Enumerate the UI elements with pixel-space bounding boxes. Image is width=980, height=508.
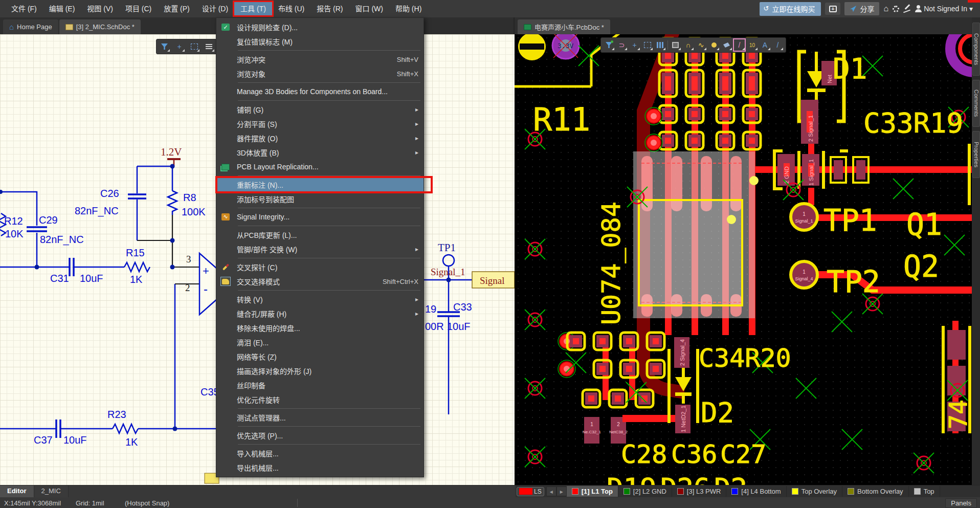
menu-project[interactable]: 项目 (C) — [119, 2, 158, 15]
menu-item-pin-part-swapping[interactable]: 管脚/部件 交换 (W)▸ — [216, 242, 424, 256]
menu-item-design-rule-check[interactable]: ✓设计规则检查 (D)... — [216, 20, 424, 34]
menu-item-cross-probe[interactable]: 交叉探针 (C) — [216, 260, 424, 274]
menu-item-testpoint-manager[interactable]: 测试点管理器... — [216, 410, 424, 425]
menu-item-cross-select-mode[interactable]: 交叉选择模式Shift+Ctrl+X — [216, 274, 424, 289]
submenu-arrow-icon: ▸ — [415, 135, 418, 142]
comment-button[interactable]: + — [825, 3, 840, 15]
menu-item-re-annotate[interactable]: 重新标注 (N)... — [216, 178, 424, 192]
layer-tab-l2-gnd[interactable]: [2] L2 GND — [618, 486, 672, 497]
filter-icon[interactable] — [159, 41, 170, 52]
tab-home-page[interactable]: ⌂ Home Page — [3, 19, 58, 34]
menu-item-signal-integrity[interactable]: ∿Signal Integrity... — [216, 210, 424, 224]
component-icon[interactable] — [670, 39, 681, 51]
svg-text:2: 2 — [185, 282, 190, 293]
plus-icon[interactable]: + — [174, 41, 185, 52]
svg-text:10uF: 10uF — [63, 434, 87, 446]
menu-item-manage-3d-bodies[interactable]: Manage 3D Bodies for Components on Board… — [216, 84, 424, 99]
text-string-icon[interactable]: A — [760, 39, 770, 51]
menu-item-convert[interactable]: 转换 (V)▸ — [216, 292, 424, 306]
menu-item-add-designators-assembly[interactable]: 添加标号到装配图 — [216, 192, 424, 206]
layer-tab-bottom-overlay[interactable]: Bottom Overlay — [842, 486, 909, 497]
polygon-icon[interactable] — [721, 39, 732, 51]
menu-item-silkscreen-preparation[interactable]: 丝印制备 — [216, 378, 424, 392]
layer-tab-top-overlay[interactable]: Top Overlay — [787, 486, 842, 497]
layer-tab-l1-top[interactable]: [1] L1 Top — [567, 486, 618, 497]
menu-item-teardrops[interactable]: 滴泪 (E)... — [216, 335, 424, 349]
pcb-pane: 电赛声源小车.PcbDoc * — [515, 17, 972, 485]
layer-tab-top-paste[interactable]: Top — [909, 486, 940, 497]
buy-online-button[interactable]: ↺ 立即在线购买 — [760, 2, 821, 16]
menu-item-reset-error-markers[interactable]: 复位错误标志 (M) — [216, 34, 424, 49]
menu-item-export-mechanical-layers[interactable]: 导出机械层... — [216, 460, 424, 475]
submenu-arrow-icon: ▸ — [415, 106, 418, 113]
testpoint-tp1: 1 Signal_1 — [791, 204, 972, 230]
svg-text:C36: C36 — [671, 439, 717, 469]
menu-view[interactable]: 视图 (V) — [81, 2, 119, 15]
plus-icon[interactable]: + — [629, 39, 640, 51]
dragged-component-overlay[interactable] — [633, 151, 759, 318]
layer-tab-l3-pwr[interactable]: [3] L3 PWR — [672, 486, 726, 497]
layer-next-button[interactable]: ▸ — [556, 487, 567, 496]
menu-tools[interactable]: 工具 (T) — [234, 2, 272, 15]
menu-place[interactable]: 放置 (P) — [158, 2, 196, 15]
share-button[interactable]: 分享 — [844, 2, 879, 15]
menu-item-component-placement[interactable]: 器件摆放 (O)▸ — [216, 131, 424, 145]
snap-mode: (Hotspot Snap) — [125, 499, 169, 507]
filter-icon[interactable] — [604, 39, 614, 51]
board-insight-icon[interactable] — [655, 39, 665, 51]
pcb-canvas[interactable]: 3.3V — [515, 34, 972, 485]
menu-design[interactable]: 设计 (D) — [196, 2, 234, 15]
menu-item-net-equal-length[interactable]: 网络等长 (Z) — [216, 349, 424, 364]
menu-file[interactable]: 文件 (F) — [5, 2, 43, 15]
svg-text:R8: R8 — [183, 192, 196, 203]
tab-components-panel[interactable]: Components — [972, 23, 980, 76]
svg-text:TP1: TP1 — [823, 203, 877, 238]
menu-window[interactable]: 窗口 (W) — [349, 2, 389, 15]
feedback-pen-icon[interactable] — [903, 5, 910, 12]
tab-editor[interactable]: Editor — [0, 485, 34, 497]
menu-item-preferences[interactable]: 优先选项 (P)... — [216, 428, 424, 443]
home-icon[interactable]: ⌂ — [883, 5, 888, 13]
tab-pcbdoc[interactable]: 电赛声源小车.PcbDoc * — [518, 19, 610, 34]
line-icon[interactable]: / — [772, 39, 783, 51]
menu-item-browse-objects[interactable]: 浏览对象Shift+X — [216, 67, 424, 81]
pad-icon[interactable] — [708, 39, 719, 51]
layer-color-swatch — [623, 488, 630, 495]
panels-button[interactable]: Panels — [945, 498, 977, 508]
layer-tab-l4-bottom[interactable]: [4] L4 Bottom — [726, 486, 786, 497]
svg-text:+: + — [203, 264, 209, 277]
align-icon[interactable] — [204, 41, 214, 52]
submenu-arrow-icon: ▸ — [415, 296, 418, 303]
tab-2mic[interactable]: 2_MIC — [34, 485, 69, 497]
tab-schdoc[interactable]: [3] 2_MIC.SchDoc * — [59, 19, 141, 34]
route-hop-icon[interactable]: ∩ — [683, 39, 694, 51]
lasso-select-icon[interactable]: ⊃ — [616, 39, 627, 51]
layer-prev-button[interactable]: ◂ — [546, 487, 556, 496]
menu-item-remove-unused-pads[interactable]: 移除未使用的焊盘... — [216, 321, 424, 335]
account-menu[interactable]: Not Signed In ▾ — [915, 5, 973, 13]
menubar-items: 文件 (F) 编辑 (E) 视图 (V) 项目 (C) 放置 (P) 设计 (D… — [0, 0, 428, 17]
gear-icon[interactable] — [893, 6, 899, 12]
selection-marquee-icon[interactable] — [189, 41, 199, 52]
tab-properties-panel[interactable]: Properties — [972, 131, 980, 178]
tune-wave-icon[interactable]: ∿ — [696, 39, 706, 51]
menu-route[interactable]: 布线 (U) — [272, 2, 310, 15]
menu-item-stitching-vias[interactable]: 缝合孔/屏蔽 (H)▸ — [216, 306, 424, 321]
menu-item-split-planes[interactable]: 分割平面 (S)▸ — [216, 117, 424, 131]
menu-item-import-mechanical-layers[interactable]: 导入机械层... — [216, 446, 424, 460]
measure-icon[interactable]: / — [734, 39, 745, 51]
menu-item-optimize-component-rotation[interactable]: 优化元件旋转 — [216, 392, 424, 407]
menu-item-pcb-layout-replication[interactable]: PCB Layout Replication... — [216, 160, 424, 174]
menu-edit[interactable]: 编辑 (E) — [43, 2, 81, 15]
menu-item-browse-violations[interactable]: 浏览冲突Shift+V — [216, 52, 424, 67]
menu-item-polygon-pours[interactable]: 铺铜 (G)▸ — [216, 102, 424, 117]
menu-item-outline-selected-objects[interactable]: 描画选择对象的外形 (J) — [216, 364, 424, 378]
selection-marquee-icon[interactable] — [642, 39, 653, 51]
layer-set-button[interactable]: LS — [517, 487, 544, 496]
menu-reports[interactable]: 报告 (R) — [310, 2, 349, 15]
menu-item-3d-body-placement[interactable]: 3D体放置 (B)▸ — [216, 145, 424, 160]
menu-item-update-from-pcb-lib[interactable]: 从PCB库更新 (L)... — [216, 228, 424, 242]
tab-comments-panel[interactable]: Comments — [972, 80, 980, 127]
menu-help[interactable]: 帮助 (H) — [389, 2, 428, 15]
dimension-icon[interactable]: 10 — [747, 39, 758, 51]
